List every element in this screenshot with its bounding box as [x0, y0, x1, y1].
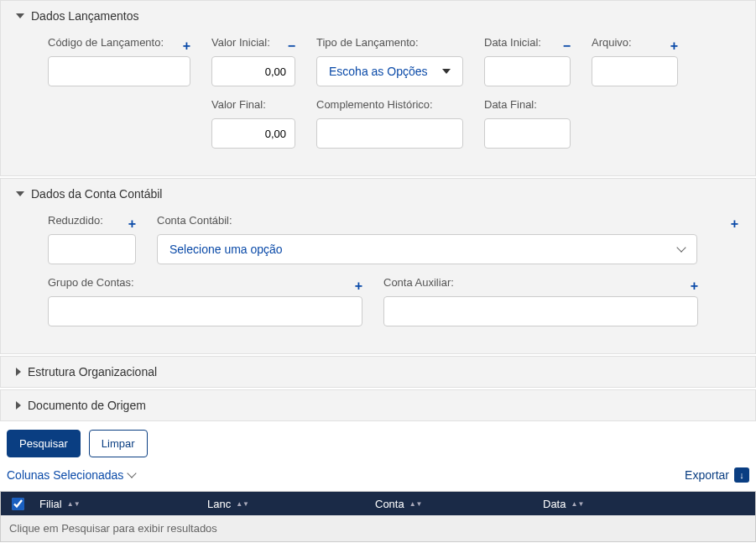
section-header-lancamentos[interactable]: Dados Lançamentos: [1, 1, 755, 31]
panel-lancamentos: Dados Lançamentos Código de Lançamento: …: [0, 0, 756, 176]
section-title-conta: Dados da Conta Contábil: [31, 187, 162, 201]
complemento-label: Complemento Histórico:: [316, 98, 463, 113]
section-body-lancamentos: Código de Lançamento: + Valor Inicial: −…: [1, 31, 755, 175]
field-conta-contabil: Conta Contábil: + Selecione uma opção: [157, 214, 738, 264]
section-header-documento[interactable]: Documento de Origem: [1, 390, 755, 420]
empty-results-message: Clique em Pesquisar para exibir resultad…: [1, 515, 755, 541]
sort-icon: ▲▼: [409, 502, 423, 506]
arquivo-input[interactable]: [592, 56, 678, 86]
select-all-cell: [1, 498, 34, 510]
tipo-label: Tipo de Lançamento:: [316, 36, 419, 51]
field-grupo-contas: Grupo de Contas: +: [48, 276, 362, 326]
codigo-input[interactable]: [48, 56, 190, 86]
conta-contabil-placeholder: Selecione uma opção: [169, 243, 283, 256]
conta-aux-label: Conta Auxiliar:: [383, 276, 454, 291]
select-all-checkbox[interactable]: [12, 498, 24, 510]
grupo-contas-input[interactable]: [48, 296, 362, 326]
data-final-input[interactable]: [484, 118, 571, 149]
conta-aux-input[interactable]: [383, 296, 698, 326]
arquivo-label: Arquivo:: [592, 36, 632, 51]
reduzido-label: Reduzdido:: [48, 214, 103, 229]
data-inicial-input[interactable]: [484, 56, 571, 86]
col-filial-label: Filial: [39, 498, 62, 510]
data-final-label: Data Final:: [484, 98, 571, 113]
minus-icon[interactable]: −: [288, 39, 295, 53]
table-header: Filial ▲▼ Lanc ▲▼ Conta ▲▼ Data ▲▼: [1, 492, 755, 515]
chevron-down-icon: [442, 69, 451, 74]
caret-down-icon: [16, 13, 24, 18]
plus-icon[interactable]: +: [128, 217, 136, 231]
field-arquivo: Arquivo: +: [592, 36, 678, 86]
field-reduzido: Reduzdido: +: [48, 214, 136, 264]
plus-icon[interactable]: +: [691, 279, 698, 293]
col-data[interactable]: Data ▲▼: [538, 498, 755, 510]
caret-right-icon: [16, 368, 21, 376]
col-conta-label: Conta: [375, 498, 404, 510]
colunas-selecionadas-toggle[interactable]: Colunas Selecionadas: [7, 468, 135, 482]
section-title-lancamentos: Dados Lançamentos: [31, 9, 138, 23]
plus-icon[interactable]: +: [670, 39, 678, 53]
pesquisar-button[interactable]: Pesquisar: [7, 430, 81, 457]
field-valor-inicial: Valor Inicial: −: [211, 36, 295, 86]
col-filial[interactable]: Filial ▲▼: [34, 498, 202, 510]
limpar-button[interactable]: Limpar: [89, 430, 148, 457]
valor-final-input[interactable]: [211, 118, 295, 149]
col-lanc[interactable]: Lanc ▲▼: [202, 498, 370, 510]
field-complemento: Complemento Histórico:: [316, 98, 463, 149]
caret-right-icon: [16, 401, 21, 410]
section-body-conta: Reduzdido: + Conta Contábil: + Selecione…: [1, 209, 755, 353]
field-data-final: Data Final:: [484, 98, 571, 149]
panel-estrutura: Estrutura Organizacional: [0, 356, 756, 388]
section-title-documento: Documento de Origem: [28, 399, 146, 412]
plus-icon[interactable]: +: [355, 279, 362, 293]
columns-export-bar: Colunas Selecionadas Exportar ↓: [0, 464, 756, 491]
section-header-estrutura[interactable]: Estrutura Organizacional: [1, 357, 755, 387]
tipo-placeholder: Escoha as Opções: [329, 65, 428, 78]
codigo-label: Código de Lançamento:: [48, 36, 164, 51]
section-title-estrutura: Estrutura Organizacional: [28, 365, 157, 379]
panel-conta: Dados da Conta Contábil Reduzdido: + Con…: [0, 178, 756, 354]
chevron-down-icon: [128, 468, 137, 478]
col-data-label: Data: [543, 498, 566, 510]
col-lanc-label: Lanc: [207, 498, 231, 510]
plus-icon[interactable]: +: [731, 217, 738, 231]
tipo-select[interactable]: Escoha as Opções: [316, 56, 463, 86]
colunas-label: Colunas Selecionadas: [7, 468, 123, 482]
field-data-inicial: Data Inicial: −: [484, 36, 571, 86]
export-label: Exportar: [685, 468, 729, 482]
caret-down-icon: [16, 191, 24, 196]
valor-inicial-input[interactable]: [211, 56, 295, 86]
grupo-contas-label: Grupo de Contas:: [48, 276, 134, 291]
plus-icon[interactable]: +: [183, 39, 190, 53]
conta-contabil-label: Conta Contábil:: [157, 214, 232, 229]
reduzido-input[interactable]: [48, 234, 136, 264]
valor-inicial-label: Valor Inicial:: [211, 36, 270, 51]
minus-icon[interactable]: −: [563, 39, 571, 53]
field-valor-final: Valor Final:: [211, 98, 295, 149]
conta-contabil-select[interactable]: Selecione uma opção: [157, 234, 697, 264]
data-inicial-label: Data Inicial:: [484, 36, 541, 51]
sort-icon: ▲▼: [571, 502, 584, 506]
panel-documento: Documento de Origem: [0, 389, 756, 421]
download-icon: ↓: [734, 467, 749, 483]
sort-icon: ▲▼: [236, 502, 249, 506]
field-codigo: Código de Lançamento: +: [48, 36, 190, 86]
export-button[interactable]: Exportar ↓: [685, 467, 749, 483]
action-bar: Pesquisar Limpar: [0, 423, 756, 464]
col-conta[interactable]: Conta ▲▼: [370, 498, 538, 510]
results-table: Filial ▲▼ Lanc ▲▼ Conta ▲▼ Data ▲▼ Cliqu…: [0, 491, 756, 542]
sort-icon: ▲▼: [67, 502, 81, 506]
field-tipo: Tipo de Lançamento: Escoha as Opções: [316, 36, 463, 86]
chevron-down-icon: [676, 243, 686, 252]
complemento-input[interactable]: [316, 118, 463, 149]
section-header-conta[interactable]: Dados da Conta Contábil: [1, 179, 755, 209]
field-conta-aux: Conta Auxiliar: +: [383, 276, 698, 326]
valor-final-label: Valor Final:: [211, 98, 295, 113]
